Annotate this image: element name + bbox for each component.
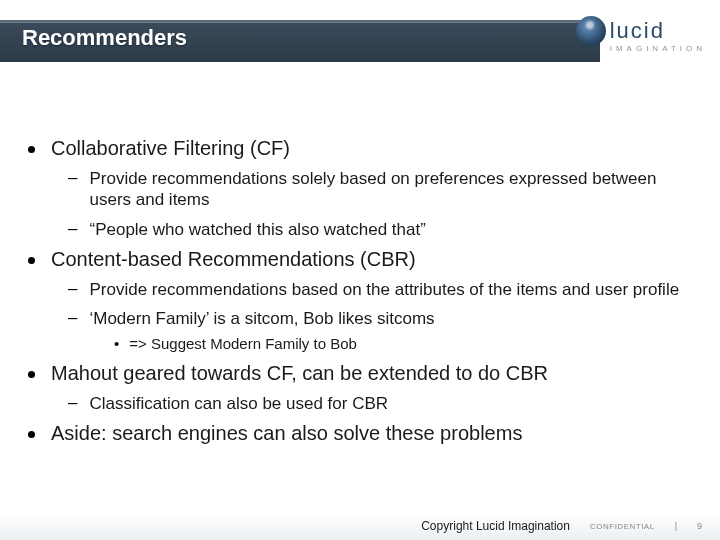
bullet-small-icon: • — [114, 335, 119, 354]
subbullet: – Provide recommendations solely based o… — [68, 168, 696, 211]
dash-icon: – — [68, 393, 77, 414]
dash-icon: – — [68, 279, 77, 300]
subbullet: – “People who watched this also watched … — [68, 219, 696, 240]
slide: Recommenders lucid IMAGINATION Collabora… — [0, 0, 720, 540]
subbullet: – Classification can also be used for CB… — [68, 393, 696, 414]
slide-footer: Copyright Lucid Imagination CONFIDENTIAL… — [0, 512, 720, 540]
logo-subtitle: IMAGINATION — [610, 44, 706, 53]
dash-icon: – — [68, 219, 77, 240]
bullet-text: Collaborative Filtering (CF) — [51, 137, 290, 160]
slide-header: Recommenders lucid IMAGINATION — [0, 0, 720, 62]
subbullet: – Provide recommendations based on the a… — [68, 279, 696, 300]
subsubbullet-text: => Suggest Modern Family to Bob — [129, 335, 357, 354]
subbullet-text: ‘Modern Family’ is a sitcom, Bob likes s… — [89, 308, 434, 329]
bullet-search: Aside: search engines can also solve the… — [24, 422, 696, 445]
subsubbullet: • => Suggest Modern Family to Bob — [114, 335, 696, 354]
dash-icon: – — [68, 308, 77, 329]
subbullet-text: Provide recommendations based on the att… — [89, 279, 679, 300]
subbullet-text: Provide recommendations solely based on … — [89, 168, 696, 211]
bullet-dot-icon — [28, 257, 35, 264]
bullet-dot-icon — [28, 431, 35, 438]
logo-text: lucid — [610, 21, 665, 41]
brand-logo: lucid IMAGINATION — [576, 16, 706, 53]
title-bar: Recommenders — [0, 22, 600, 62]
bullet-mahout: Mahout geared towards CF, can be extende… — [24, 362, 696, 385]
copyright-text: Copyright Lucid Imagination — [421, 519, 570, 533]
slide-content: Collaborative Filtering (CF) – Provide r… — [0, 62, 720, 540]
bullet-dot-icon — [28, 146, 35, 153]
subbullet-text: Classification can also be used for CBR — [89, 393, 388, 414]
bullet-text: Mahout geared towards CF, can be extende… — [51, 362, 548, 385]
subbullet: – ‘Modern Family’ is a sitcom, Bob likes… — [68, 308, 696, 329]
subbullet-text: “People who watched this also watched th… — [89, 219, 425, 240]
bullet-cf: Collaborative Filtering (CF) — [24, 137, 696, 160]
bullet-text: Content-based Recommendations (CBR) — [51, 248, 416, 271]
slide-title: Recommenders — [22, 25, 187, 51]
dash-icon: – — [68, 168, 77, 211]
sphere-icon — [576, 16, 606, 46]
bullet-text: Aside: search engines can also solve the… — [51, 422, 522, 445]
bullet-cbr: Content-based Recommendations (CBR) — [24, 248, 696, 271]
page-number: 9 — [697, 521, 702, 531]
logo-row: lucid — [576, 16, 665, 46]
confidential-label: CONFIDENTIAL — [590, 522, 655, 531]
logo-word: lucid — [610, 21, 665, 41]
bullet-dot-icon — [28, 371, 35, 378]
footer-divider: | — [675, 521, 677, 531]
